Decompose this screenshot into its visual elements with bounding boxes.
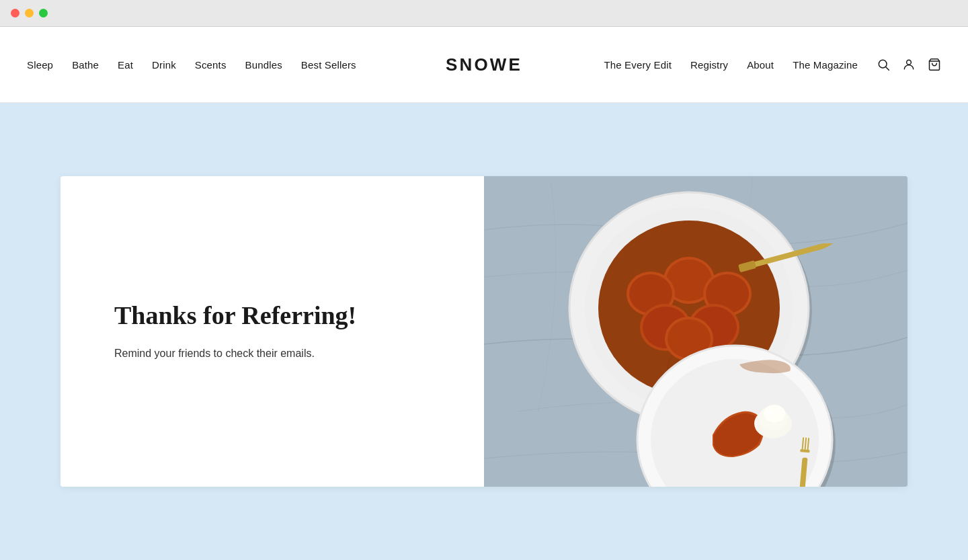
nav-item-bundles[interactable]: Bundles: [245, 59, 282, 71]
header: Sleep Bathe Eat Drink Scents Bundles Bes…: [0, 27, 968, 103]
traffic-light-minimize[interactable]: [25, 9, 34, 17]
logo[interactable]: SNOWE: [446, 54, 522, 75]
food-image: [484, 176, 908, 487]
nav-icons: [877, 58, 941, 71]
nav-right-links: The Every Edit Registry About The Magazi…: [604, 59, 858, 71]
nav-item-magazine[interactable]: The Magazine: [793, 59, 858, 71]
svg-point-2: [907, 60, 912, 65]
nav-item-eat[interactable]: Eat: [118, 59, 133, 71]
nav-item-about[interactable]: About: [747, 59, 774, 71]
card-title: Thanks for Referring!: [114, 301, 430, 331]
svg-point-33: [766, 410, 773, 415]
main-content: Thanks for Referring! Remind your friend…: [0, 103, 968, 560]
svg-line-1: [886, 67, 889, 71]
card-image-panel: [484, 176, 908, 487]
traffic-lights: [11, 9, 48, 17]
nav-item-scents[interactable]: Scents: [195, 59, 227, 71]
nav-item-best-sellers[interactable]: Best Sellers: [301, 59, 356, 71]
nav-right: The Every Edit Registry About The Magazi…: [604, 58, 941, 71]
browser-chrome: [0, 0, 968, 27]
card-text-panel: Thanks for Referring! Remind your friend…: [61, 176, 484, 487]
nav-item-drink[interactable]: Drink: [152, 59, 176, 71]
nav-item-registry[interactable]: Registry: [690, 59, 728, 71]
traffic-light-close[interactable]: [11, 9, 19, 17]
site-wrapper: Sleep Bathe Eat Drink Scents Bundles Bes…: [0, 27, 968, 560]
search-icon[interactable]: [877, 58, 890, 71]
nav-left: Sleep Bathe Eat Drink Scents Bundles Bes…: [27, 59, 356, 71]
cart-icon[interactable]: [928, 58, 941, 71]
content-card: Thanks for Referring! Remind your friend…: [61, 176, 908, 487]
account-icon[interactable]: [902, 58, 916, 71]
card-subtitle: Remind your friends to check their email…: [114, 345, 430, 362]
nav-item-bathe[interactable]: Bathe: [72, 59, 99, 71]
nav-item-every-edit[interactable]: The Every Edit: [604, 59, 671, 71]
traffic-light-fullscreen[interactable]: [39, 9, 48, 17]
nav-item-sleep[interactable]: Sleep: [27, 59, 53, 71]
